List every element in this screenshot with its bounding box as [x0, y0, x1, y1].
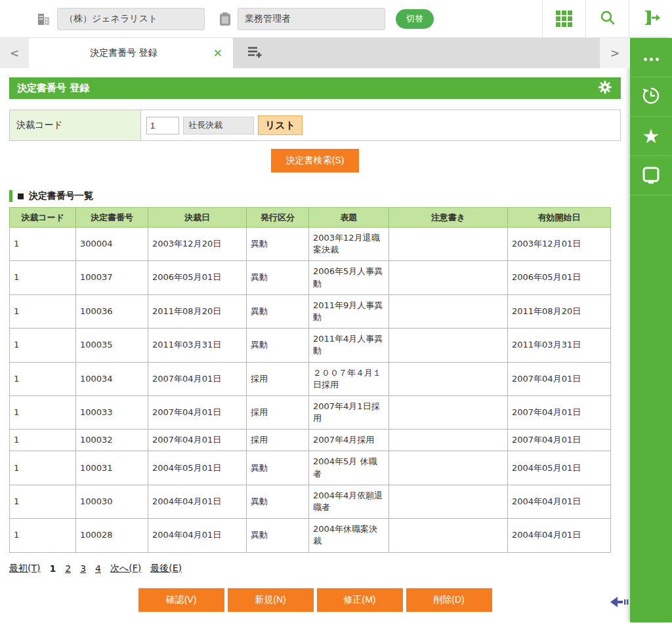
- table-cell: 異動: [247, 485, 309, 518]
- section-square-icon: [18, 193, 24, 199]
- add-tab-button[interactable]: [233, 38, 276, 68]
- table-cell: 2006年5月人事異動: [309, 261, 389, 294]
- table-cell: 1: [10, 395, 76, 429]
- tab-decision-number[interactable]: 決定書番号 登録 ✕: [29, 38, 233, 68]
- modify-button[interactable]: 修正(M): [317, 588, 403, 612]
- list-button[interactable]: リスト: [258, 115, 303, 135]
- delete-button[interactable]: 削除(D): [406, 588, 492, 612]
- table-cell: 2004年04月01日: [508, 519, 611, 552]
- table-cell: 1: [10, 519, 76, 552]
- table-cell: 2011年03月31日: [508, 329, 611, 362]
- tab-close-icon[interactable]: ✕: [211, 47, 225, 60]
- decision-code-inputs: 社長決裁 リスト: [141, 110, 620, 140]
- company-field[interactable]: [57, 8, 205, 30]
- table-cell: 100030: [76, 485, 148, 518]
- column-header: 表題: [309, 208, 389, 228]
- memo-button[interactable]: [630, 156, 672, 195]
- apps-menu-button[interactable]: [542, 0, 585, 38]
- table-row[interactable]: 11000332007年04月01日採用2007年4月1日採用2007年04月0…: [10, 395, 611, 429]
- decision-table: 決裁コード決定書番号決裁日発行区分表題注意書き有効開始日 13000042003…: [9, 207, 611, 553]
- table-cell: 2004年04月01日: [148, 519, 247, 552]
- column-header: 発行区分: [247, 208, 309, 228]
- ellipsis-icon: [642, 51, 660, 64]
- pagination-current-page: 1: [49, 563, 56, 574]
- table-row[interactable]: 11000342007年04月01日採用２００７年４月１日採用2007年04月0…: [10, 362, 611, 395]
- pagination-next-link[interactable]: 次へ(F): [110, 563, 141, 574]
- role-icon: [218, 11, 232, 27]
- table-cell: [389, 329, 508, 362]
- confirm-button[interactable]: 確認(V): [138, 588, 224, 612]
- table-row[interactable]: 11000362011年08月20日異動2011年9月人事異動2011年08月2…: [10, 294, 611, 328]
- table-cell: 2011年9月人事異動: [309, 294, 389, 328]
- table-row[interactable]: 11000312004年05月01日異動2004年5月 休職者2004年05月0…: [10, 451, 611, 485]
- table-cell: [389, 362, 508, 395]
- table-row[interactable]: 11000372006年05月01日異動2006年5月人事異動2006年05月0…: [10, 261, 611, 294]
- table-cell: 1: [10, 329, 76, 362]
- section-accent-bar: [9, 190, 12, 202]
- table-row[interactable]: 11000302004年04月01日異動2004年4月依願退職者2004年04月…: [10, 485, 611, 518]
- table-row[interactable]: 11000282004年04月01日異動2004年休職案決裁2004年04月01…: [10, 519, 611, 552]
- pagination-page-link[interactable]: 3: [80, 563, 86, 574]
- settings-button[interactable]: [597, 79, 613, 98]
- table-cell: 2011年08月20日: [148, 294, 247, 328]
- table-cell: 100031: [76, 451, 148, 485]
- history-button[interactable]: [630, 77, 672, 117]
- column-header: 決裁コード: [10, 208, 76, 228]
- table-cell: 2004年04月01日: [148, 485, 247, 518]
- new-button[interactable]: 新規(N): [228, 588, 314, 612]
- table-cell: [389, 228, 508, 261]
- table-cell: 100035: [76, 329, 148, 362]
- pagination-page-link[interactable]: 4: [95, 563, 101, 574]
- search-button[interactable]: [585, 0, 629, 38]
- table-row[interactable]: 11000352011年03月31日異動2011年4月人事異動2011年03月3…: [10, 329, 611, 362]
- decision-code-name: 社長決裁: [183, 117, 254, 134]
- table-cell: 2011年03月31日: [148, 329, 247, 362]
- table-cell: 異動: [247, 451, 309, 485]
- tab-label: 決定書番号 登録: [37, 47, 211, 59]
- table-cell: 1: [10, 362, 76, 395]
- table-cell: 2007年4月1日採用: [309, 395, 389, 429]
- table-row[interactable]: 11000322007年04月01日採用2007年4月採用2007年04月01日: [10, 430, 611, 451]
- table-cell: [389, 519, 508, 552]
- tab-scroll-right-button[interactable]: >: [600, 38, 630, 68]
- table-cell: 100028: [76, 519, 148, 552]
- tab-scroll-left-button[interactable]: <: [0, 38, 29, 68]
- role-field[interactable]: [238, 8, 385, 30]
- pagination-page-link[interactable]: 2: [65, 563, 71, 574]
- table-cell: 1: [10, 294, 76, 328]
- table-cell: 2006年05月01日: [508, 261, 611, 294]
- favorites-button[interactable]: ★: [630, 117, 672, 156]
- table-cell: 2004年04月01日: [508, 485, 611, 518]
- table-cell: 1: [10, 430, 76, 451]
- table-cell: [389, 395, 508, 429]
- table-cell: 2007年04月01日: [148, 395, 247, 429]
- right-sidebar: ★: [630, 38, 672, 622]
- logout-button[interactable]: [629, 0, 672, 38]
- table-cell: 2007年4月採用: [309, 430, 389, 451]
- switch-button[interactable]: 切替: [396, 9, 434, 29]
- table-cell: 2004年05月01日: [148, 451, 247, 485]
- table-row[interactable]: 13000042003年12月20日異動2003年12月退職案決裁2003年12…: [10, 228, 611, 261]
- more-options-button[interactable]: [630, 38, 672, 77]
- section-title: 決定書番号一覧: [29, 190, 93, 202]
- table-cell: 2003年12月01日: [508, 228, 611, 261]
- table-cell: 1: [10, 228, 76, 261]
- collapse-panel-button[interactable]: [609, 595, 631, 612]
- table-cell: 2007年04月01日: [148, 362, 247, 395]
- table-cell: 100034: [76, 362, 148, 395]
- table-cell: 2007年04月01日: [508, 362, 611, 395]
- top-bar: 切替: [0, 0, 672, 38]
- table-cell: 100037: [76, 261, 148, 294]
- decision-code-input[interactable]: [146, 117, 179, 134]
- topbar-actions: [542, 0, 672, 38]
- action-buttons: 確認(V) 新規(N) 修正(M) 削除(D): [9, 588, 621, 612]
- column-header: 決定書番号: [76, 208, 148, 228]
- pagination-last-link[interactable]: 最後(E): [150, 563, 182, 574]
- pagination-first-link[interactable]: 最初(T): [9, 563, 40, 574]
- search-decision-button[interactable]: 決定書検索(S): [271, 149, 359, 172]
- table-cell: 100036: [76, 294, 148, 328]
- table-cell: 1: [10, 451, 76, 485]
- collapse-arrow-icon: [609, 599, 631, 612]
- table-cell: 異動: [247, 228, 309, 261]
- table-cell: 異動: [247, 261, 309, 294]
